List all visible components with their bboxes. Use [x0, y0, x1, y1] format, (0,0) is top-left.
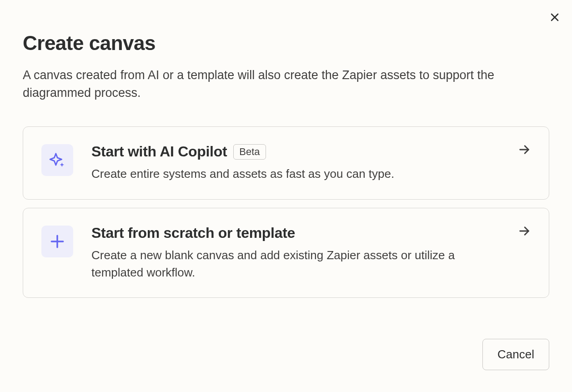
sparkle-icon: [41, 144, 73, 176]
dialog-subtitle: A canvas created from AI or a template w…: [23, 66, 546, 102]
option-description: Create entire systems and assets as fast…: [91, 166, 510, 183]
option-scratch-template[interactable]: Start from scratch or template Create a …: [23, 208, 549, 298]
option-content: Start from scratch or template Create a …: [91, 225, 531, 281]
close-icon: [549, 12, 560, 23]
cancel-button[interactable]: Cancel: [482, 339, 549, 370]
option-ai-copilot[interactable]: Start with AI Copilot Beta Create entire…: [23, 126, 549, 200]
option-description: Create a new blank canvas and add existi…: [91, 247, 510, 281]
option-title-row: Start from scratch or template: [91, 225, 531, 241]
option-title: Start from scratch or template: [91, 225, 295, 241]
option-content: Start with AI Copilot Beta Create entire…: [91, 143, 531, 183]
option-title-row: Start with AI Copilot Beta: [91, 143, 531, 160]
beta-badge: Beta: [233, 144, 266, 160]
close-button[interactable]: [547, 10, 562, 25]
dialog-title: Create canvas: [23, 32, 549, 55]
arrow-right-icon: [518, 225, 531, 239]
option-title: Start with AI Copilot: [91, 143, 227, 160]
create-canvas-dialog: Create canvas A canvas created from AI o…: [0, 0, 572, 392]
arrow-right-icon: [518, 143, 531, 158]
options-list: Start with AI Copilot Beta Create entire…: [23, 126, 549, 298]
plus-icon: [41, 226, 73, 257]
dialog-footer: Cancel: [23, 339, 549, 370]
